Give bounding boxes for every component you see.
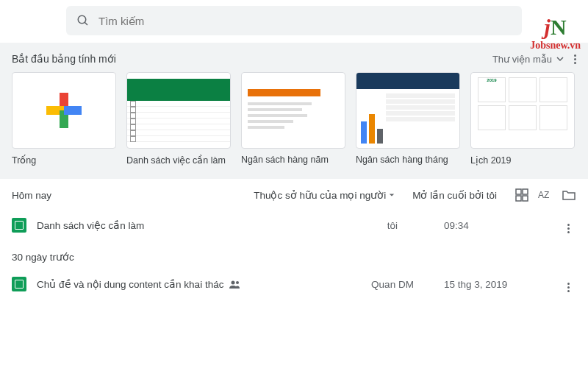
template-label: Trống: [12, 155, 116, 166]
files-section: Hôm nay Thuộc sở hữu của mọi người Mở lầ…: [0, 179, 588, 300]
group-label: 30 ngày trước: [12, 251, 576, 263]
template-calendar[interactable]: 2019 Lịch 2019: [470, 72, 575, 166]
svg-text:AZ: AZ: [538, 190, 549, 200]
more-icon[interactable]: [574, 54, 576, 64]
file-date: 15 thg 3, 2019: [444, 279, 554, 290]
template-label: Ngân sách hàng năm: [241, 155, 345, 165]
svg-line-1: [85, 22, 87, 25]
folder-icon[interactable]: [562, 188, 576, 202]
owner-filter[interactable]: Thuộc sở hữu của mọi người: [254, 189, 395, 201]
search-bar[interactable]: [66, 6, 522, 35]
file-name: Danh sách việc cần làm: [37, 219, 341, 231]
svg-point-8: [236, 281, 239, 284]
watermark: jN Jobsnew.vn: [530, 15, 581, 52]
shared-icon: [229, 280, 241, 289]
file-more-button[interactable]: [554, 276, 576, 292]
file-owner: Quan DM: [341, 279, 444, 290]
template-annual-budget[interactable]: Ngân sách hàng năm: [241, 72, 345, 166]
template-label: Ngân sách hàng tháng: [356, 155, 460, 165]
svg-rect-4: [516, 196, 521, 201]
svg-point-0: [78, 15, 86, 24]
template-blank[interactable]: Trống: [12, 72, 116, 166]
svg-rect-3: [523, 189, 528, 194]
caret-down-icon: [389, 192, 395, 198]
file-row[interactable]: Danh sách việc cần làm tôi 09:34: [12, 210, 576, 241]
chevron-down-icon: [556, 55, 564, 63]
sheets-icon: [12, 218, 26, 233]
templates-section: Bắt đầu bảng tính mới Thư viện mẫu Trống…: [0, 43, 588, 179]
search-input[interactable]: [98, 15, 512, 27]
template-monthly-budget[interactable]: Ngân sách hàng tháng: [356, 72, 460, 166]
template-label: Lịch 2019: [470, 155, 575, 166]
file-row[interactable]: Chủ đề và nội dung content cần khai thác…: [12, 269, 576, 300]
template-gallery-link[interactable]: Thư viện mẫu: [492, 54, 576, 65]
file-name: Chủ đề và nội dung content cần khai thác: [37, 278, 341, 290]
svg-rect-5: [523, 196, 528, 201]
file-more-button[interactable]: [554, 217, 576, 233]
sheets-icon: [12, 277, 26, 291]
sort-az-icon[interactable]: AZ: [538, 188, 553, 202]
file-owner: tôi: [341, 220, 444, 231]
file-date: 09:34: [444, 220, 554, 231]
grid-view-icon[interactable]: [514, 188, 529, 202]
plus-icon: [46, 93, 82, 128]
templates-title: Bắt đầu bảng tính mới: [12, 53, 116, 65]
template-label: Danh sách việc cần làm: [126, 155, 231, 166]
svg-point-7: [232, 281, 235, 285]
search-icon: [76, 14, 90, 27]
sort-label: Mở lần cuối bởi tôi: [412, 189, 497, 201]
section-today-label: Hôm nay: [12, 190, 51, 201]
template-todo[interactable]: Danh sách việc cần làm: [126, 72, 231, 166]
svg-rect-2: [516, 189, 521, 194]
